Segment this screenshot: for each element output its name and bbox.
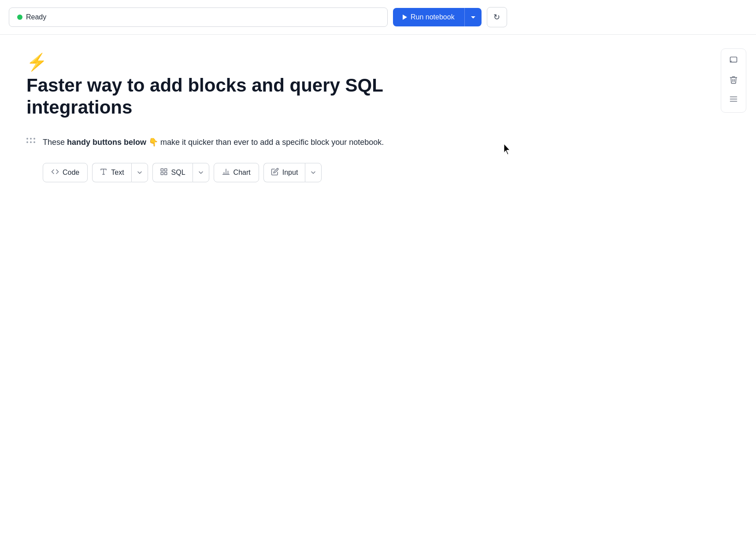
- run-notebook-button[interactable]: Run notebook: [393, 8, 464, 26]
- title-emoji: ⚡: [26, 52, 47, 73]
- drag-dot: [30, 141, 32, 143]
- description-bold: handy buttons below: [67, 138, 146, 147]
- menu-icon: [729, 95, 738, 106]
- drag-dot: [30, 138, 32, 140]
- text-block-button-group: Text: [92, 163, 148, 182]
- chevron-down-icon: [198, 170, 204, 175]
- chart-button-label: Chart: [233, 169, 251, 177]
- drag-dots: [26, 138, 36, 144]
- page-title: ⚡ Faster way to add blocks and query SQL…: [26, 52, 493, 118]
- description-prefix: These: [43, 138, 67, 147]
- description-text: These handy buttons below 👇 make it quic…: [43, 136, 493, 149]
- chart-block-button[interactable]: Chart: [214, 163, 259, 182]
- status-pill: Ready: [9, 7, 388, 27]
- chevron-down-icon: [137, 170, 142, 175]
- buttons-row: Code Text: [43, 163, 493, 182]
- sidebar-comment-button[interactable]: [725, 52, 742, 70]
- input-block-dropdown-button[interactable]: [305, 163, 322, 182]
- top-bar: Ready Run notebook ↻: [0, 0, 756, 35]
- text-button-label: Text: [111, 169, 124, 177]
- run-notebook-label: Run notebook: [411, 13, 455, 21]
- run-notebook-dropdown-button[interactable]: [464, 8, 482, 26]
- input-block-button-group: Input: [263, 163, 322, 182]
- trash-icon: [729, 75, 738, 86]
- main-content: ⚡ Faster way to add blocks and query SQL…: [0, 35, 520, 213]
- drag-dot: [26, 138, 28, 140]
- chevron-down-icon: [471, 16, 475, 18]
- input-block-button[interactable]: Input: [263, 163, 305, 182]
- play-icon: [403, 15, 407, 20]
- status-dot: [17, 15, 22, 20]
- sql-button-label: SQL: [171, 169, 185, 177]
- code-icon: [51, 168, 59, 177]
- title-text: Faster way to add blocks and query SQL i…: [26, 74, 493, 119]
- sidebar-delete-button[interactable]: [725, 72, 742, 89]
- text-icon: [100, 168, 107, 177]
- chart-icon: [222, 168, 230, 177]
- status-label: Ready: [26, 13, 46, 21]
- svg-rect-8: [161, 173, 163, 175]
- refresh-button[interactable]: ↻: [487, 7, 507, 27]
- drag-dot: [33, 141, 35, 143]
- chevron-down-icon: [311, 170, 316, 175]
- sql-block-dropdown-button[interactable]: [193, 163, 209, 182]
- cell-content: These handy buttons below 👇 make it quic…: [43, 136, 493, 182]
- input-button-label: Input: [282, 169, 298, 177]
- pencil-icon: [271, 168, 279, 177]
- text-block-button[interactable]: Text: [92, 163, 131, 182]
- code-block-button[interactable]: Code: [43, 163, 88, 182]
- drag-dot: [26, 141, 28, 143]
- drag-dot: [33, 138, 35, 140]
- code-button-label: Code: [63, 169, 79, 177]
- text-block-dropdown-button[interactable]: [131, 163, 148, 182]
- comment-icon: [729, 56, 738, 67]
- sql-icon: [160, 168, 168, 177]
- refresh-icon: ↻: [493, 12, 500, 22]
- sidebar-menu-button[interactable]: [725, 91, 742, 109]
- svg-rect-9: [164, 173, 167, 175]
- sql-block-button[interactable]: SQL: [152, 163, 193, 182]
- cell-block: These handy buttons below 👇 make it quic…: [26, 136, 493, 182]
- run-button-group: Run notebook: [393, 8, 482, 26]
- sql-block-button-group: SQL: [152, 163, 209, 182]
- svg-rect-7: [164, 169, 167, 171]
- description-suffix: make it quicker than ever to add a speci…: [158, 138, 384, 147]
- description-emoji: 👇: [146, 138, 158, 147]
- drag-handle[interactable]: [26, 136, 36, 144]
- right-sidebar: [721, 48, 746, 113]
- svg-rect-6: [161, 169, 163, 171]
